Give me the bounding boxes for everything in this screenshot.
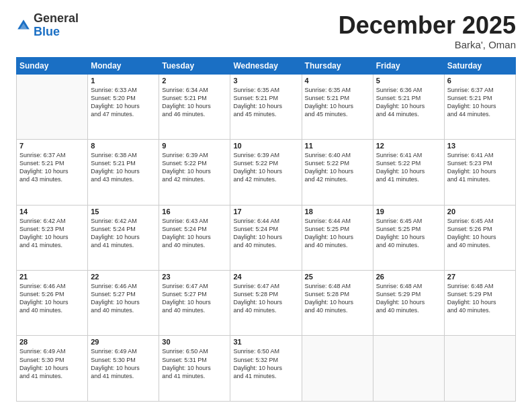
- calendar-cell: 18Sunrise: 6:44 AM Sunset: 5:25 PM Dayli…: [302, 205, 373, 270]
- day-number: 4: [305, 77, 370, 85]
- day-number: 1: [91, 77, 156, 85]
- logo-icon: [16, 18, 31, 33]
- cell-info: Sunrise: 6:48 AM Sunset: 5:29 PM Dayligh…: [376, 282, 441, 315]
- logo: General Blue: [16, 12, 79, 39]
- cell-info: Sunrise: 6:46 AM Sunset: 5:26 PM Dayligh…: [19, 282, 85, 315]
- calendar-cell: 2Sunrise: 6:34 AM Sunset: 5:21 PM Daylig…: [159, 74, 230, 139]
- day-number: 9: [162, 142, 227, 150]
- calendar-cell: 28Sunrise: 6:49 AM Sunset: 5:30 PM Dayli…: [17, 336, 88, 402]
- day-number: 19: [376, 208, 441, 216]
- day-number: 23: [162, 273, 227, 281]
- calendar-cell: 12Sunrise: 6:41 AM Sunset: 5:22 PM Dayli…: [373, 140, 444, 205]
- day-number: 15: [91, 208, 156, 216]
- location: Barka', Oman: [339, 39, 516, 50]
- cell-info: Sunrise: 6:37 AM Sunset: 5:21 PM Dayligh…: [447, 86, 513, 119]
- day-number: 25: [305, 273, 370, 281]
- calendar-cell: 3Sunrise: 6:35 AM Sunset: 5:21 PM Daylig…: [230, 74, 302, 139]
- calendar-cell: 23Sunrise: 6:47 AM Sunset: 5:27 PM Dayli…: [159, 271, 230, 336]
- cell-info: Sunrise: 6:34 AM Sunset: 5:21 PM Dayligh…: [162, 86, 227, 119]
- calendar-cell: [444, 336, 515, 402]
- calendar-cell: [373, 336, 444, 402]
- cell-info: Sunrise: 6:33 AM Sunset: 5:20 PM Dayligh…: [91, 86, 156, 119]
- logo-blue-text: Blue: [34, 25, 60, 38]
- calendar-cell: 5Sunrise: 6:36 AM Sunset: 5:21 PM Daylig…: [373, 74, 444, 139]
- logo-general-text: General: [34, 11, 79, 25]
- cell-info: Sunrise: 6:35 AM Sunset: 5:21 PM Dayligh…: [233, 86, 298, 119]
- page: General Blue December 2025 Barka', Oman …: [0, 0, 532, 411]
- cell-info: Sunrise: 6:50 AM Sunset: 5:32 PM Dayligh…: [233, 347, 298, 380]
- day-number: 16: [162, 208, 227, 216]
- calendar-cell: 11Sunrise: 6:40 AM Sunset: 5:22 PM Dayli…: [302, 140, 373, 205]
- calendar-week-row: 7Sunrise: 6:37 AM Sunset: 5:21 PM Daylig…: [17, 140, 516, 205]
- day-number: 28: [19, 338, 85, 346]
- calendar-cell: 20Sunrise: 6:45 AM Sunset: 5:26 PM Dayli…: [444, 205, 515, 270]
- cell-info: Sunrise: 6:50 AM Sunset: 5:31 PM Dayligh…: [162, 347, 227, 380]
- cell-info: Sunrise: 6:42 AM Sunset: 5:23 PM Dayligh…: [19, 217, 85, 250]
- calendar-cell: 24Sunrise: 6:47 AM Sunset: 5:28 PM Dayli…: [230, 271, 302, 336]
- day-number: 17: [233, 208, 298, 216]
- calendar-week-row: 21Sunrise: 6:46 AM Sunset: 5:26 PM Dayli…: [17, 271, 516, 336]
- cell-info: Sunrise: 6:41 AM Sunset: 5:23 PM Dayligh…: [447, 151, 513, 184]
- calendar-cell: 15Sunrise: 6:42 AM Sunset: 5:24 PM Dayli…: [88, 205, 159, 270]
- calendar-week-row: 28Sunrise: 6:49 AM Sunset: 5:30 PM Dayli…: [17, 336, 516, 402]
- cell-info: Sunrise: 6:37 AM Sunset: 5:21 PM Dayligh…: [19, 151, 85, 184]
- calendar-cell: 6Sunrise: 6:37 AM Sunset: 5:21 PM Daylig…: [444, 74, 515, 139]
- calendar-cell: 17Sunrise: 6:44 AM Sunset: 5:24 PM Dayli…: [230, 205, 302, 270]
- calendar-week-row: 14Sunrise: 6:42 AM Sunset: 5:23 PM Dayli…: [17, 205, 516, 270]
- day-number: 20: [447, 208, 513, 216]
- calendar-day-header: Tuesday: [159, 57, 230, 74]
- cell-info: Sunrise: 6:49 AM Sunset: 5:30 PM Dayligh…: [91, 347, 156, 380]
- cell-info: Sunrise: 6:38 AM Sunset: 5:21 PM Dayligh…: [91, 151, 156, 184]
- day-number: 6: [447, 77, 513, 85]
- day-number: 22: [91, 273, 156, 281]
- calendar-table: SundayMondayTuesdayWednesdayThursdayFrid…: [16, 57, 516, 402]
- day-number: 26: [376, 273, 441, 281]
- day-number: 11: [305, 142, 370, 150]
- cell-info: Sunrise: 6:42 AM Sunset: 5:24 PM Dayligh…: [91, 217, 156, 250]
- calendar-cell: 9Sunrise: 6:39 AM Sunset: 5:22 PM Daylig…: [159, 140, 230, 205]
- day-number: 8: [91, 142, 156, 150]
- day-number: 29: [91, 338, 156, 346]
- calendar-cell: 19Sunrise: 6:45 AM Sunset: 5:25 PM Dayli…: [373, 205, 444, 270]
- calendar-cell: 27Sunrise: 6:48 AM Sunset: 5:29 PM Dayli…: [444, 271, 515, 336]
- calendar-cell: 8Sunrise: 6:38 AM Sunset: 5:21 PM Daylig…: [88, 140, 159, 205]
- title-block: December 2025 Barka', Oman: [339, 12, 516, 50]
- calendar-day-header: Thursday: [302, 57, 373, 74]
- calendar-cell: 21Sunrise: 6:46 AM Sunset: 5:26 PM Dayli…: [17, 271, 88, 336]
- day-number: 12: [376, 142, 441, 150]
- day-number: 13: [447, 142, 513, 150]
- calendar-cell: 22Sunrise: 6:46 AM Sunset: 5:27 PM Dayli…: [88, 271, 159, 336]
- calendar-cell: 16Sunrise: 6:43 AM Sunset: 5:24 PM Dayli…: [159, 205, 230, 270]
- day-number: 10: [233, 142, 298, 150]
- day-number: 5: [376, 77, 441, 85]
- calendar-day-header: Wednesday: [230, 57, 302, 74]
- cell-info: Sunrise: 6:44 AM Sunset: 5:25 PM Dayligh…: [305, 217, 370, 250]
- cell-info: Sunrise: 6:40 AM Sunset: 5:22 PM Dayligh…: [305, 151, 370, 184]
- cell-info: Sunrise: 6:45 AM Sunset: 5:25 PM Dayligh…: [376, 217, 441, 250]
- cell-info: Sunrise: 6:46 AM Sunset: 5:27 PM Dayligh…: [91, 282, 156, 315]
- cell-info: Sunrise: 6:47 AM Sunset: 5:28 PM Dayligh…: [233, 282, 298, 315]
- calendar-cell: 14Sunrise: 6:42 AM Sunset: 5:23 PM Dayli…: [17, 205, 88, 270]
- calendar-header-row: SundayMondayTuesdayWednesdayThursdayFrid…: [17, 57, 516, 74]
- calendar-cell: 31Sunrise: 6:50 AM Sunset: 5:32 PM Dayli…: [230, 336, 302, 402]
- calendar-cell: 26Sunrise: 6:48 AM Sunset: 5:29 PM Dayli…: [373, 271, 444, 336]
- calendar-cell: 1Sunrise: 6:33 AM Sunset: 5:20 PM Daylig…: [88, 74, 159, 139]
- day-number: 31: [233, 338, 298, 346]
- cell-info: Sunrise: 6:43 AM Sunset: 5:24 PM Dayligh…: [162, 217, 227, 250]
- cell-info: Sunrise: 6:35 AM Sunset: 5:21 PM Dayligh…: [305, 86, 370, 119]
- cell-info: Sunrise: 6:39 AM Sunset: 5:22 PM Dayligh…: [233, 151, 298, 184]
- day-number: 21: [19, 273, 85, 281]
- calendar-cell: [17, 74, 88, 139]
- cell-info: Sunrise: 6:44 AM Sunset: 5:24 PM Dayligh…: [233, 217, 298, 250]
- calendar-day-header: Sunday: [17, 57, 88, 74]
- calendar-day-header: Monday: [88, 57, 159, 74]
- calendar-cell: [302, 336, 373, 402]
- cell-info: Sunrise: 6:48 AM Sunset: 5:28 PM Dayligh…: [305, 282, 370, 315]
- day-number: 14: [19, 208, 85, 216]
- cell-info: Sunrise: 6:39 AM Sunset: 5:22 PM Dayligh…: [162, 151, 227, 184]
- day-number: 30: [162, 338, 227, 346]
- calendar-cell: 30Sunrise: 6:50 AM Sunset: 5:31 PM Dayli…: [159, 336, 230, 402]
- calendar-week-row: 1Sunrise: 6:33 AM Sunset: 5:20 PM Daylig…: [17, 74, 516, 139]
- calendar-day-header: Friday: [373, 57, 444, 74]
- calendar-cell: 4Sunrise: 6:35 AM Sunset: 5:21 PM Daylig…: [302, 74, 373, 139]
